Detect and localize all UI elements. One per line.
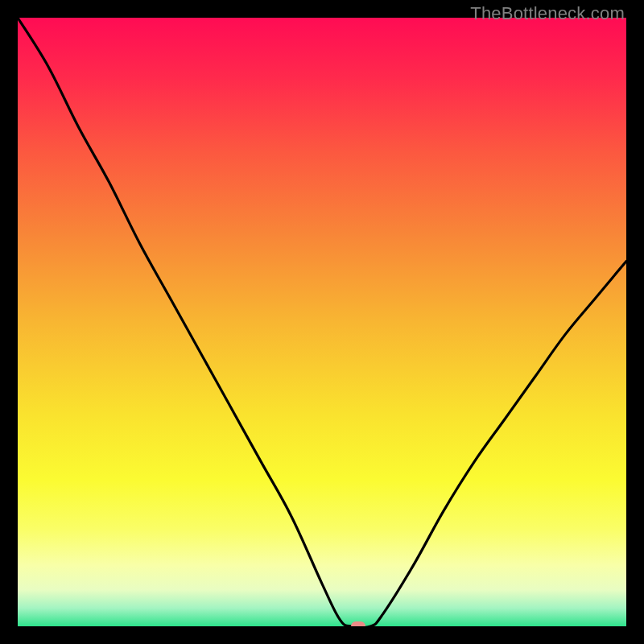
bottleneck-curve bbox=[18, 18, 626, 626]
chart-frame: TheBottleneck.com bbox=[0, 0, 644, 644]
watermark-text: TheBottleneck.com bbox=[470, 3, 625, 24]
optimal-point-marker bbox=[351, 621, 365, 626]
plot-area bbox=[18, 18, 626, 626]
